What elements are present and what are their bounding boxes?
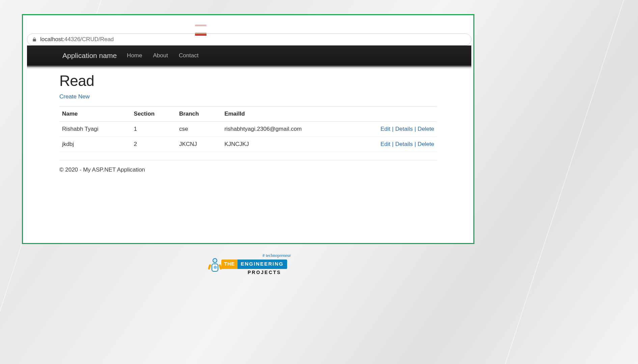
cell-section: 2: [131, 137, 176, 152]
table-row: jkdbj 2 JKCNJ KJNCJKJ Edit|Details|Delet…: [59, 137, 437, 152]
address-bar[interactable]: localhost:44326/CRUD/Read: [27, 33, 471, 46]
edit-link[interactable]: Edit: [381, 126, 390, 132]
badge-tagline: # technopreneur: [262, 253, 291, 258]
badge-engineering: ENGINEERING: [238, 260, 287, 269]
engineering-projects-logo: # technopreneur THE ENGINEERING PROJECTS: [205, 252, 293, 281]
main-content: Read Create New Name Section Branch Emai…: [59, 72, 437, 173]
cell-actions: Edit|Details|Delete: [369, 122, 437, 137]
delete-link[interactable]: Delete: [418, 126, 434, 132]
cell-name: jkdbj: [59, 137, 131, 152]
screenshot-frame: localhost:44326/CRUD/Read Application na…: [22, 14, 474, 244]
cell-email: KJNCJKJ: [222, 137, 369, 152]
col-name: Name: [59, 107, 131, 122]
nav-about[interactable]: About: [153, 52, 168, 59]
footer-text: © 2020 - My ASP.NET Application: [59, 166, 437, 173]
details-link[interactable]: Details: [395, 126, 413, 132]
separator: |: [414, 141, 416, 147]
separator: |: [392, 141, 393, 147]
cell-actions: Edit|Details|Delete: [369, 137, 437, 152]
url-path: 44326/CRUD/Read: [64, 36, 114, 43]
edit-link[interactable]: Edit: [381, 141, 390, 147]
col-actions: [369, 107, 437, 122]
badge-the: THE: [221, 260, 238, 269]
records-table: Name Section Branch EmailId Rishabh Tyag…: [59, 106, 437, 152]
col-branch: Branch: [176, 107, 222, 122]
lock-icon: [32, 37, 37, 42]
delete-link[interactable]: Delete: [418, 141, 434, 147]
separator: |: [392, 126, 393, 132]
decorative-mark: [195, 34, 206, 36]
cell-name: Rishabh Tyagi: [59, 122, 131, 137]
navbar: Application name Home About Contact: [27, 46, 471, 66]
col-email: EmailId: [222, 107, 369, 122]
cell-branch: JKCNJ: [176, 137, 222, 152]
divider: [59, 160, 437, 160]
nav-contact[interactable]: Contact: [179, 52, 199, 59]
nav-home[interactable]: Home: [127, 52, 142, 59]
robot-icon: [209, 258, 221, 274]
separator: |: [414, 126, 416, 132]
details-link[interactable]: Details: [395, 141, 413, 147]
cell-branch: cse: [176, 122, 222, 137]
page-title: Read: [59, 72, 437, 89]
create-new-link[interactable]: Create New: [59, 93, 90, 100]
badge-projects: PROJECTS: [248, 270, 281, 275]
table-row: Rishabh Tyagi 1 cse rishabhtyagi.2306@gm…: [59, 122, 437, 137]
cell-section: 1: [131, 122, 176, 137]
col-section: Section: [131, 107, 176, 122]
brand-link[interactable]: Application name: [62, 52, 117, 60]
table-header-row: Name Section Branch EmailId: [59, 107, 437, 122]
cell-email: rishabhtyagi.2306@gmail.com: [222, 122, 369, 137]
url-host: localhost:: [40, 36, 64, 43]
